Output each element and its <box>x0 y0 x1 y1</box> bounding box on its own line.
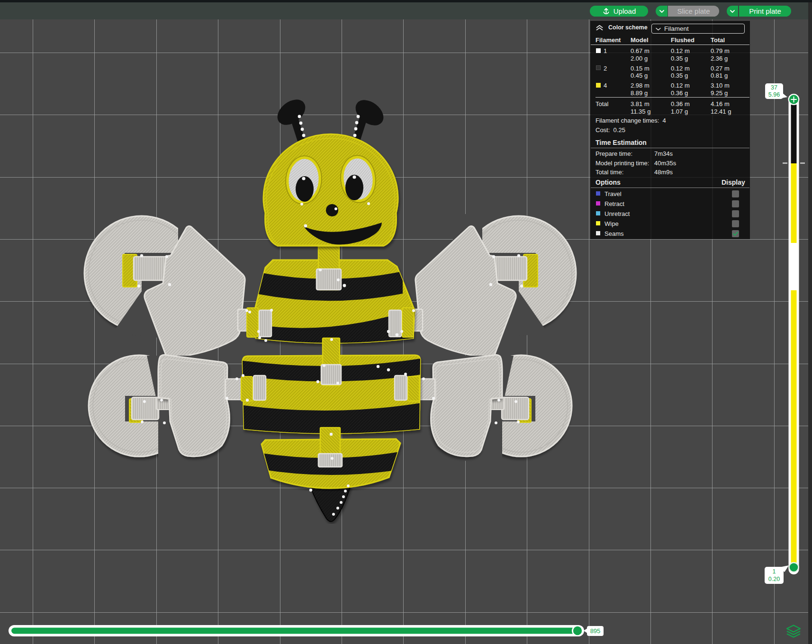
svg-text:1: 1 <box>773 568 776 575</box>
svg-text:0.20: 0.20 <box>768 576 780 582</box>
svg-text:895: 895 <box>590 627 601 635</box>
svg-text:5.96: 5.96 <box>768 91 780 98</box>
svg-text:37: 37 <box>771 84 777 91</box>
